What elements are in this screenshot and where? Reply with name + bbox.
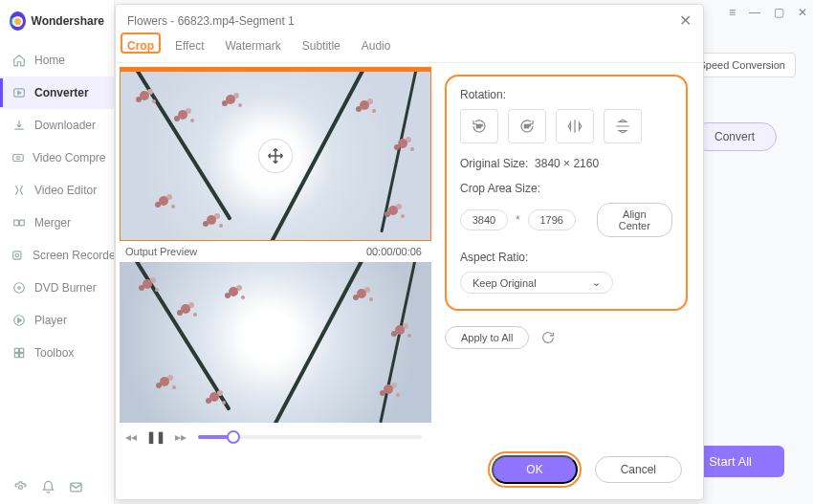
svg-text:90°: 90° [476, 124, 483, 129]
rotation-label: Rotation: [460, 88, 672, 101]
prev-icon[interactable]: ◂◂ [125, 430, 137, 444]
mail-icon[interactable] [69, 480, 83, 494]
modal-title: Flowers - 66823.mp4-Segment 1 [127, 14, 295, 28]
rotate-cw-button[interactable]: 90° [508, 109, 546, 143]
editor-tabs: Crop Effect Watermark Subtitle Audio [116, 30, 703, 63]
reset-icon[interactable] [540, 330, 556, 345]
svg-point-7 [18, 287, 20, 289]
settings-icon[interactable] [13, 480, 28, 494]
sidebar-nav: Home Converter Downloader Video Compre V… [0, 42, 114, 369]
svg-rect-4 [13, 252, 21, 259]
original-size-value: 3840 × 2160 [535, 157, 599, 170]
sidebar-item-editor[interactable]: Video Editor [0, 174, 114, 207]
pause-icon[interactable]: ❚❚ [146, 430, 165, 444]
sidebar-item-label: Toolbox [34, 346, 74, 360]
downloader-icon [11, 118, 27, 133]
crop-height-input[interactable] [528, 209, 576, 230]
svg-rect-12 [20, 354, 24, 358]
sidebar-item-label: Downloader [34, 119, 96, 132]
preview-column: ➤ Output Preview 00:00/00:06 ◂◂ ❚ [116, 63, 429, 445]
output-preview-label: Output Preview [125, 246, 197, 257]
menu-icon[interactable]: ≡ [729, 6, 736, 19]
progress-slider[interactable] [198, 435, 422, 439]
svg-rect-2 [14, 220, 19, 226]
svg-point-13 [19, 486, 23, 490]
svg-rect-11 [14, 354, 18, 358]
aspect-ratio-select[interactable]: Keep Original ⌄ [460, 272, 613, 294]
speed-conversion-button[interactable]: Speed Conversion [688, 53, 796, 77]
rotate-ccw-button[interactable]: 90° [460, 109, 498, 143]
sidebar-footer [0, 480, 114, 494]
apply-to-all-button[interactable]: Apply to All [445, 326, 529, 349]
maximize-icon[interactable]: ▢ [774, 6, 784, 19]
close-icon[interactable]: ✕ [679, 11, 692, 30]
settings-panel: Rotation: 90° 90° Original Size: 3840 × … [445, 75, 688, 311]
sidebar-item-player[interactable]: Player [0, 304, 114, 337]
aspect-ratio-label: Aspect Ratio: [460, 251, 672, 264]
chevron-down-icon: ⌄ [592, 276, 601, 289]
sidebar-item-dvd[interactable]: DVD Burner [0, 272, 114, 304]
crop-width-input[interactable] [460, 209, 508, 230]
sidebar-item-label: Video Compre [33, 151, 106, 164]
converter-icon [11, 85, 27, 100]
next-icon[interactable]: ▸▸ [175, 430, 187, 444]
convert-button[interactable]: Convert [692, 122, 777, 151]
original-size-label: Original Size: [460, 157, 528, 170]
tab-subtitle[interactable]: Subtitle [302, 39, 341, 62]
annotation-highlight: OK [488, 451, 581, 488]
svg-rect-9 [14, 348, 18, 352]
sidebar-item-label: Converter [34, 86, 89, 99]
move-handle-icon[interactable] [259, 140, 292, 172]
multiply-symbol: * [516, 213, 520, 227]
sidebar: Wondershare Home Converter Downloader Vi… [0, 0, 115, 504]
svg-rect-3 [20, 220, 25, 226]
sidebar-item-merger[interactable]: Merger [0, 207, 114, 239]
compress-icon [11, 150, 25, 165]
sidebar-item-label: Merger [34, 216, 71, 230]
ok-button[interactable]: OK [492, 455, 577, 484]
app-logo: Wondershare [0, 0, 114, 42]
flip-horizontal-button[interactable] [556, 109, 594, 143]
logo-icon [10, 11, 26, 31]
sidebar-item-downloader[interactable]: Downloader [0, 109, 114, 142]
align-center-button[interactable]: Align Center [597, 203, 672, 237]
notifications-icon[interactable] [41, 480, 55, 494]
crop-editor-modal: Flowers - 66823.mp4-Segment 1 ✕ Crop Eff… [115, 4, 704, 500]
timecode: 00:00/00:06 [366, 246, 422, 257]
aspect-ratio-value: Keep Original [472, 277, 537, 289]
sidebar-item-label: Screen Recorde [33, 249, 114, 262]
crop-area-label: Crop Area Size: [460, 182, 672, 195]
tab-crop[interactable]: Crop [127, 39, 154, 62]
tab-watermark[interactable]: Watermark [225, 39, 280, 62]
record-icon [11, 248, 25, 263]
home-icon [11, 53, 27, 68]
sidebar-item-compressor[interactable]: Video Compre [0, 142, 114, 174]
sidebar-item-label: DVD Burner [34, 281, 97, 295]
close-app-icon[interactable]: ✕ [798, 6, 807, 19]
tab-effect[interactable]: Effect [175, 39, 204, 62]
dvd-icon [11, 280, 27, 296]
toolbox-icon [11, 345, 27, 361]
sidebar-item-converter[interactable]: Converter [0, 77, 114, 109]
flip-vertical-button[interactable] [604, 109, 642, 143]
sidebar-item-toolbox[interactable]: Toolbox [0, 337, 114, 369]
crop-settings: Rotation: 90° 90° Original Size: 3840 × … [429, 63, 703, 445]
sidebar-item-recorder[interactable]: Screen Recorde [0, 239, 114, 272]
sidebar-item-label: Video Editor [34, 184, 97, 197]
tab-audio[interactable]: Audio [362, 39, 391, 62]
output-preview [120, 262, 431, 423]
crop-preview[interactable]: ➤ [120, 67, 431, 241]
cancel-button[interactable]: Cancel [595, 456, 682, 483]
playback-controls: ◂◂ ❚❚ ▸▸ [118, 423, 429, 444]
svg-rect-10 [20, 348, 24, 352]
svg-point-6 [14, 283, 25, 294]
minimize-icon[interactable]: — [749, 6, 760, 19]
svg-text:90°: 90° [524, 124, 531, 129]
window-controls: ≡ — ▢ ✕ [729, 6, 807, 19]
editor-icon [11, 183, 27, 198]
sidebar-item-label: Home [34, 54, 65, 67]
player-icon [11, 313, 27, 328]
svg-rect-1 [13, 155, 24, 162]
sidebar-item-home[interactable]: Home [0, 44, 114, 77]
modal-footer: OK Cancel [116, 445, 703, 499]
